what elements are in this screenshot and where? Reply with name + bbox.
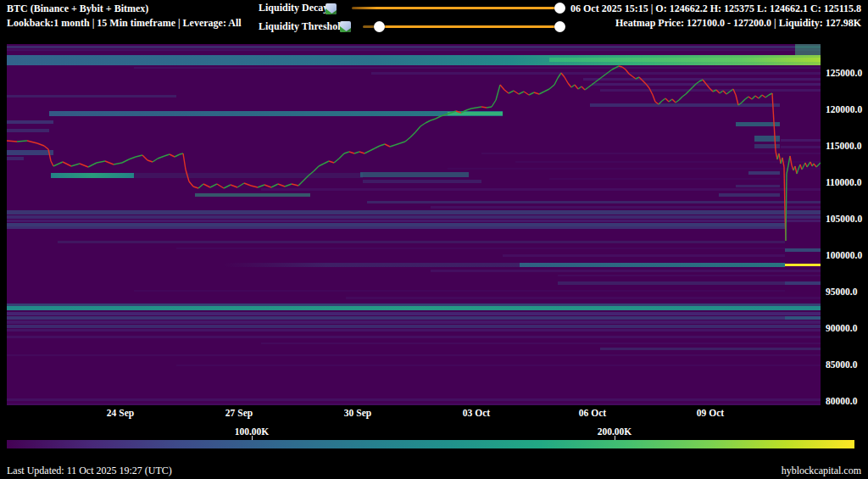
liquidity-decay-label: Liquidity Decay: [259, 2, 328, 14]
price-axis-label: 105000.0: [826, 214, 862, 224]
time-axis-label: 09 Oct: [697, 408, 724, 418]
price-axis-label: 115000.0: [826, 141, 862, 151]
heatmap-price-readout: Heatmap Price: 127100.0 - 127200.0 | Liq…: [615, 16, 861, 31]
symbol-title: BTC (Binance + Bybit + Bitmex): [7, 2, 148, 16]
liquidity-threshold-label: Liquidity Threshold: [259, 20, 346, 33]
liquidation-heatmap-app: BTC (Binance + Bybit + Bitmex) Lookback:…: [0, 0, 868, 479]
threshold-snapshot-icon[interactable]: [340, 21, 351, 32]
price-axis-label: 120000.0: [826, 104, 862, 114]
price-axis-label: 100000.0: [826, 250, 862, 260]
time-axis-label: 03 Oct: [463, 408, 490, 418]
liquidity-threshold-slider[interactable]: [380, 25, 559, 28]
decay-snapshot-icon[interactable]: [326, 3, 337, 14]
liquidity-decay-slider[interactable]: [352, 7, 559, 9]
price-axis-label: 95000.0: [826, 287, 857, 297]
price-axis-label: 80000.0: [826, 396, 857, 406]
slider-thumb[interactable]: [554, 21, 565, 32]
lookback-settings: Lookback:1 month | 15 Min timeframe | Le…: [7, 16, 242, 31]
price-line: [7, 44, 821, 405]
mountain-glyph: [331, 10, 337, 14]
time-axis-label: 27 Sep: [225, 408, 253, 418]
price-axis-label: 90000.0: [826, 323, 857, 333]
liquidity-colorbar: [7, 440, 854, 448]
price-axis-label: 125000.0: [826, 68, 862, 78]
mountain-glyph: [345, 28, 351, 32]
price-axis-label: 110000.0: [826, 177, 862, 187]
slider-thumb[interactable]: [554, 3, 565, 14]
time-axis-label: 06 Oct: [579, 408, 606, 418]
last-updated-text: Last Updated: 11 Oct 2025 19:27 (UTC): [7, 465, 172, 477]
site-branding: hyblockcapital.com: [782, 465, 861, 477]
price-axis-label: 85000.0: [826, 359, 857, 370]
slider-thumb[interactable]: [374, 21, 385, 32]
ohlc-readout: 06 Oct 2025 15:15 | O: 124662.2 H: 12537…: [570, 2, 861, 16]
liquidation-heatmap[interactable]: [7, 44, 821, 405]
time-axis-label: 24 Sep: [107, 408, 134, 418]
time-axis-label: 30 Sep: [344, 408, 371, 418]
